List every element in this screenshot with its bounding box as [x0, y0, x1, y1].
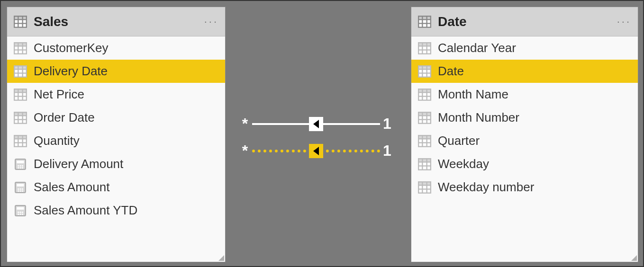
field-row[interactable]: Date: [411, 60, 638, 83]
column-icon: [418, 158, 431, 170]
measure-icon: [14, 158, 27, 170]
cardinality-many: *: [238, 115, 252, 133]
table-title: Sales: [34, 14, 204, 29]
svg-rect-75: [418, 112, 431, 116]
cardinality-one: 1: [380, 115, 394, 133]
resize-handle[interactable]: [630, 254, 637, 261]
svg-point-51: [18, 213, 19, 214]
svg-rect-55: [418, 16, 431, 19]
svg-point-41: [19, 188, 21, 189]
svg-point-33: [19, 165, 21, 166]
field-row[interactable]: Calendar Year: [411, 36, 638, 60]
column-icon: [14, 65, 27, 78]
svg-point-45: [22, 190, 23, 191]
svg-point-37: [22, 167, 23, 168]
field-label: Delivery Amount: [34, 157, 123, 171]
field-label: Weekday: [438, 157, 489, 171]
field-row[interactable]: Net Price: [7, 83, 225, 106]
svg-point-50: [22, 211, 23, 213]
svg-point-34: [22, 165, 23, 166]
svg-point-36: [19, 167, 21, 168]
table-header-date[interactable]: Date ···: [411, 7, 638, 36]
field-list-date: Calendar Year Date Month Name Month Numb…: [411, 36, 638, 199]
field-row[interactable]: Quarter: [411, 129, 638, 152]
filter-direction-arrow-icon: [309, 144, 323, 158]
column-icon: [14, 135, 27, 147]
field-label: Sales Amount: [34, 180, 109, 195]
svg-marker-94: [313, 120, 319, 128]
svg-rect-80: [418, 135, 431, 139]
cardinality-many: *: [238, 142, 252, 160]
field-label: Delivery Date: [34, 64, 108, 79]
svg-point-48: [18, 211, 19, 213]
relationship-line[interactable]: [252, 116, 380, 132]
column-icon: [418, 42, 431, 54]
svg-point-49: [19, 211, 21, 213]
field-label: Sales Amount YTD: [34, 203, 137, 218]
svg-rect-70: [418, 89, 431, 92]
table-menu-button[interactable]: ···: [204, 16, 218, 28]
table-icon: [14, 16, 27, 28]
field-row[interactable]: Order Date: [7, 106, 225, 129]
svg-rect-1: [14, 16, 27, 19]
column-icon: [418, 89, 431, 101]
table-menu-button[interactable]: ···: [617, 16, 631, 28]
field-row[interactable]: Month Name: [411, 83, 638, 106]
svg-rect-21: [14, 112, 27, 116]
table-title: Date: [438, 14, 617, 29]
table-icon: [418, 16, 431, 28]
svg-point-43: [18, 190, 19, 191]
column-icon: [14, 42, 27, 54]
svg-point-32: [18, 165, 19, 166]
field-row[interactable]: Month Number: [411, 106, 638, 129]
relationship-active[interactable]: * 1: [238, 115, 394, 133]
column-icon: [418, 135, 431, 147]
field-label: Quarter: [438, 134, 480, 148]
field-row[interactable]: CustomerKey: [7, 36, 225, 60]
field-label: Order Date: [34, 110, 95, 125]
field-row[interactable]: Sales Amount YTD: [7, 199, 225, 222]
field-label: Calendar Year: [438, 41, 516, 55]
column-icon: [418, 112, 431, 124]
svg-point-44: [19, 190, 21, 191]
column-icon: [418, 65, 431, 78]
svg-point-42: [22, 188, 23, 189]
svg-rect-16: [14, 89, 27, 92]
svg-point-35: [18, 167, 19, 168]
cardinality-one: 1: [380, 142, 394, 160]
column-icon: [418, 181, 431, 194]
measure-icon: [14, 181, 27, 194]
column-icon: [14, 112, 27, 124]
field-label: Weekday number: [438, 180, 534, 195]
field-label: Month Number: [438, 110, 519, 125]
svg-rect-11: [14, 66, 27, 69]
field-row[interactable]: Sales Amount: [7, 176, 225, 199]
field-row[interactable]: Weekday number: [411, 176, 638, 199]
table-header-sales[interactable]: Sales ···: [7, 7, 225, 36]
svg-rect-6: [14, 43, 27, 46]
measure-icon: [14, 205, 27, 217]
table-card-sales[interactable]: Sales ··· CustomerKey Delivery Date Net …: [7, 7, 226, 262]
svg-rect-85: [418, 159, 431, 162]
field-label: Net Price: [34, 87, 84, 102]
field-row[interactable]: Weekday: [411, 152, 638, 176]
table-card-date[interactable]: Date ··· Calendar Year Date Month Name M…: [411, 7, 638, 262]
resize-handle[interactable]: [218, 254, 224, 261]
column-icon: [14, 89, 27, 101]
svg-marker-95: [313, 147, 319, 155]
relationship-line[interactable]: [252, 143, 380, 159]
model-canvas[interactable]: Sales ··· CustomerKey Delivery Date Net …: [0, 0, 644, 267]
field-list-sales: CustomerKey Delivery Date Net Price Orde…: [7, 36, 225, 222]
svg-rect-65: [418, 66, 431, 69]
svg-rect-47: [17, 207, 24, 209]
relationship-inactive[interactable]: * 1: [238, 142, 394, 160]
svg-rect-39: [17, 184, 24, 186]
field-row[interactable]: Quantity: [7, 129, 225, 152]
field-label: CustomerKey: [34, 41, 109, 55]
field-row[interactable]: Delivery Date: [7, 60, 225, 83]
field-row[interactable]: Delivery Amount: [7, 152, 225, 176]
svg-rect-90: [418, 182, 431, 185]
svg-point-53: [22, 213, 23, 214]
field-label: Month Name: [438, 87, 508, 102]
field-label: Date: [438, 64, 464, 79]
